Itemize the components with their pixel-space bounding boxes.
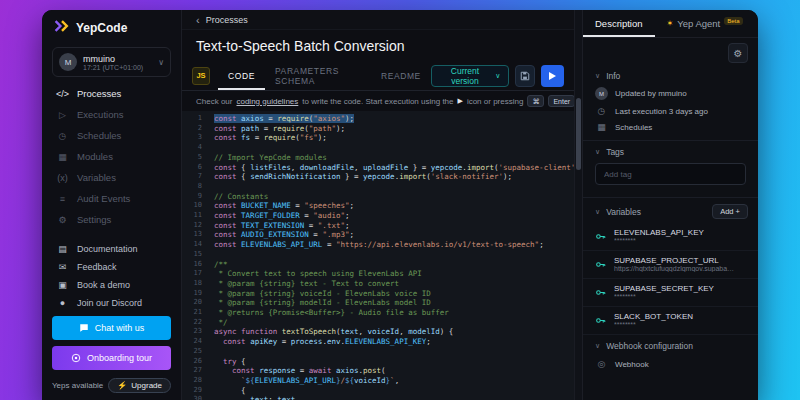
key-icon xyxy=(595,256,606,274)
sparkle-icon: ✶ xyxy=(667,19,674,28)
avatar: M xyxy=(595,87,608,100)
code-line[interactable]: const apiKey = process.env.ELEVENLABS_AP… xyxy=(214,337,574,347)
sidebar-item-variables[interactable]: (x)Variables xyxy=(42,167,181,188)
tab-yep-agent[interactable]: ✶ Yep Agent Beta xyxy=(655,10,755,37)
code-line[interactable]: const { listFiles, downloadFile, uploadF… xyxy=(214,163,574,173)
sidebar: YepCode M mmuino 17:21 (UTC+01:00) ∨ </>… xyxy=(42,10,182,400)
code-line[interactable] xyxy=(214,250,574,260)
main-navigation: </>Processes▷Executions◷Schedules▦Module… xyxy=(42,83,181,230)
settings-gear-button[interactable]: ⚙ xyxy=(728,43,748,63)
code-line[interactable]: const response = await axios.post( xyxy=(214,366,574,376)
code-line[interactable]: // Import YepCode modules xyxy=(214,153,574,163)
variable-item[interactable]: SUPABASE_PROJECT_URLhttps://hqtxtclufuqq… xyxy=(583,251,758,279)
code-line[interactable]: const TEXT_EXTENSION = ".txt"; xyxy=(214,221,574,231)
sidebar-item-schedules[interactable]: ◷Schedules xyxy=(42,125,181,146)
chevron-down-icon: ∨ xyxy=(495,72,500,80)
gear-icon: ⚙ xyxy=(56,215,69,225)
code-line[interactable]: try { xyxy=(214,357,574,367)
clock-icon: ◷ xyxy=(595,106,608,116)
line-number: 28 xyxy=(182,376,202,386)
sidebar-item-book-a-demo[interactable]: ▣Book a demo xyxy=(42,276,181,294)
code-line[interactable]: // Constants xyxy=(214,192,574,202)
selection-highlight: const axios = require("axios"); xyxy=(214,114,354,123)
variable-item[interactable]: SUPABASE_SECRET_KEY******** xyxy=(583,279,758,307)
breadcrumb-label[interactable]: Processes xyxy=(206,15,248,25)
code-line[interactable]: `${ELEVENLABS_API_URL}/${voiceId}`, xyxy=(214,376,574,386)
sidebar-item-feedback[interactable]: ✉Feedback xyxy=(42,258,181,276)
tab-parameters-schema[interactable]: PARAMETERS SCHEMA xyxy=(265,61,371,90)
sidebar-item-processes[interactable]: </>Processes xyxy=(42,83,181,104)
code-line[interactable]: * @param {string} text - Text to convert xyxy=(214,279,574,289)
code-line[interactable]: * Convert text to speech using ElevenLab… xyxy=(214,269,574,279)
variable-item[interactable]: ELEVENLABS_API_KEY******** xyxy=(583,223,758,251)
coding-guidelines-link[interactable]: coding guidelines xyxy=(236,97,298,106)
tags-section-header[interactable]: ∨ Tags xyxy=(583,141,758,161)
version-selector[interactable]: Current version ∨ xyxy=(431,65,509,87)
code-line[interactable] xyxy=(214,347,574,357)
code-line[interactable]: * @returns {Promise<Buffer>} - Audio fil… xyxy=(214,308,574,318)
code-line[interactable] xyxy=(214,143,574,153)
line-number: 24 xyxy=(182,337,202,347)
code-line[interactable]: const BUCKET_NAME = "speeches"; xyxy=(214,201,574,211)
code-line[interactable]: /** xyxy=(214,260,574,270)
line-number: 14 xyxy=(182,240,202,250)
code-line[interactable]: */ xyxy=(214,318,574,328)
sidebar-item-audit-events[interactable]: ≡Audit Events xyxy=(42,188,181,209)
page-title: Text-to-Speech Batch Conversion xyxy=(182,30,574,61)
tour-icon xyxy=(71,353,81,363)
updated-by-row: M Updated by mmuino xyxy=(583,85,758,102)
chevron-down-icon: ∨ xyxy=(158,58,164,67)
add-variable-button[interactable]: Add + xyxy=(712,204,748,219)
onboarding-tour-button[interactable]: Onboarding tour xyxy=(52,346,171,370)
upgrade-button[interactable]: ⚡ Upgrade xyxy=(108,378,171,393)
tab-description[interactable]: Description xyxy=(583,10,655,37)
footer-navigation: ▤Documentation✉Feedback▣Book a demo●Join… xyxy=(42,240,181,312)
sidebar-item-documentation[interactable]: ▤Documentation xyxy=(42,240,181,258)
sidebar-item-settings[interactable]: ⚙Settings xyxy=(42,209,181,230)
code-line[interactable]: const TARGET_FOLDER = "audio"; xyxy=(214,211,574,221)
sidebar-item-modules[interactable]: ▦Modules xyxy=(42,146,181,167)
code-line[interactable]: text: text, xyxy=(214,395,574,400)
line-number: 9 xyxy=(182,192,202,202)
code-line[interactable]: * @param {string} voiceId - ElevenLabs v… xyxy=(214,289,574,299)
scrollbar-thumb[interactable] xyxy=(576,98,581,170)
save-button[interactable] xyxy=(515,65,535,87)
panel-toolbar: ⚙ xyxy=(583,38,758,65)
sidebar-item-join-our-discord[interactable]: ●Join our Discord xyxy=(42,294,181,312)
sidebar-item-label: Processes xyxy=(77,88,121,99)
code-line[interactable]: { xyxy=(214,386,574,396)
play-icon: ▶ xyxy=(458,97,463,105)
last-execution-row: ◷ Last execution 3 days ago xyxy=(583,104,758,118)
info-section-header[interactable]: ∨ Info xyxy=(583,65,758,85)
code-line[interactable]: const AUDIO_EXTENSION = ".mp3"; xyxy=(214,230,574,240)
chat-with-us-button[interactable]: Chat with us xyxy=(52,316,171,340)
code-editor[interactable]: 1234567891011121314151617181920212223242… xyxy=(182,111,574,400)
code-line[interactable]: * @param {string} modelId - ElevenLabs m… xyxy=(214,298,574,308)
variables-section-header[interactable]: ∨ Variables Add + xyxy=(583,198,758,223)
code-area[interactable]: const axios = require("axios");const pat… xyxy=(208,111,574,400)
main-scrollbar[interactable] xyxy=(574,10,582,400)
code-line[interactable]: const path = require("path"); xyxy=(214,124,574,134)
variable-item[interactable]: SLACK_BOT_TOKEN******** xyxy=(583,307,758,335)
tabs: CODEPARAMETERS SCHEMAREADME xyxy=(218,61,431,90)
webhook-row[interactable]: ◎ Webhook xyxy=(583,355,758,373)
add-tag-input[interactable] xyxy=(595,163,746,185)
code-line[interactable]: const fs = require("fs"); xyxy=(214,133,574,143)
run-button[interactable] xyxy=(541,65,564,87)
code-line[interactable]: const { sendRichNotification } = yepcode… xyxy=(214,172,574,182)
tab-readme[interactable]: README xyxy=(371,61,431,90)
code-icon: </> xyxy=(56,89,69,99)
webhook-section-header[interactable]: ∨ Webhook configuration xyxy=(583,335,758,355)
sidebar-item-executions[interactable]: ▷Executions xyxy=(42,104,181,125)
code-line[interactable]: async function textToSpeech(text, voiceI… xyxy=(214,327,574,337)
schedules-row[interactable]: ▦ Schedules xyxy=(583,120,758,134)
code-line[interactable]: const ELEVENLABS_API_URL = "https://api.… xyxy=(214,240,574,250)
back-chevron-icon[interactable]: ‹ xyxy=(196,14,200,26)
user-menu[interactable]: M mmuino 17:21 (UTC+01:00) ∨ xyxy=(52,47,171,77)
variables-list: ELEVENLABS_API_KEY********SUPABASE_PROJE… xyxy=(583,223,758,335)
tab-code[interactable]: CODE xyxy=(218,61,265,90)
line-number: 18 xyxy=(182,279,202,289)
code-line[interactable] xyxy=(214,182,574,192)
code-line[interactable]: const axios = require("axios"); xyxy=(214,114,574,124)
breadcrumb: ‹ Processes xyxy=(182,10,574,30)
